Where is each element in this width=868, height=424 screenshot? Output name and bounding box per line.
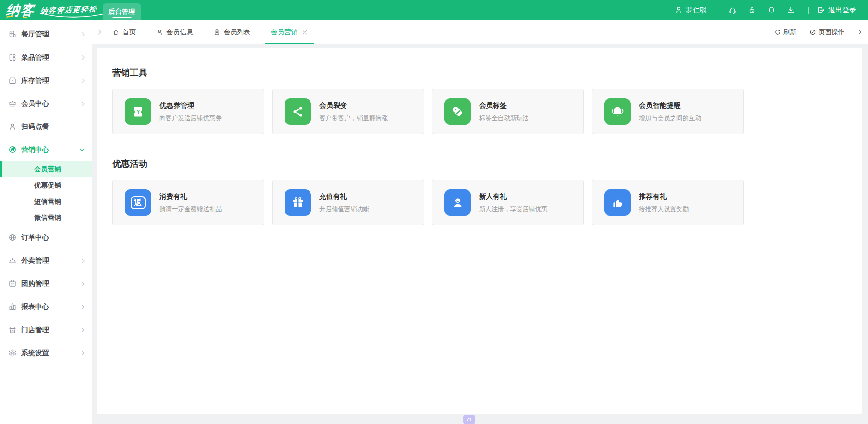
chevron-right-icon xyxy=(80,32,85,36)
app-root: 纳客 纳客管店更轻松 后台管理 罗仁聪 xyxy=(0,0,868,424)
chevron-right-icon xyxy=(80,351,85,355)
card-newcomer-reward[interactable]: 新人有礼 新人注册，享受店铺优惠 xyxy=(432,180,584,225)
card-referral-reward[interactable]: 推荐有礼 给推荐人设置奖励 xyxy=(592,180,744,225)
sidebar-subitem-wechat-marketing[interactable]: 微信营销 xyxy=(0,210,92,226)
sidebar: 餐厅管理 菜品管理 库存管理 会员中心 扫码点餐 营销中心 xyxy=(0,20,92,424)
gear-icon xyxy=(8,349,17,357)
card-text: 会员裂变 客户带客户，销量翻倍涨 xyxy=(319,101,388,122)
tab-member-list[interactable]: 会员列表 xyxy=(207,20,256,44)
tag-icon xyxy=(444,98,471,125)
floating-extension-widget[interactable] xyxy=(463,415,475,424)
lock-icon[interactable] xyxy=(748,6,756,14)
card-text: 推荐有礼 给推荐人设置奖励 xyxy=(639,192,689,213)
card-description: 开启储值营销功能 xyxy=(319,205,369,213)
page-operations-button[interactable]: 页面操作 xyxy=(809,28,844,36)
refresh-icon xyxy=(774,29,781,36)
tab-home[interactable]: 首页 xyxy=(106,20,142,44)
sidebar-item-scan-order[interactable]: 扫码点餐 xyxy=(0,115,92,138)
logout-button[interactable]: 退出登录 xyxy=(817,6,856,15)
card-smart-reminder[interactable]: 会员智能提醒 增加与会员之间的互动 xyxy=(592,89,744,134)
chevron-right-icon xyxy=(80,78,85,83)
chevron-down-icon xyxy=(80,147,85,151)
chevron-right-icon xyxy=(80,55,85,60)
brand-tagline: 纳客管店更轻松 xyxy=(40,0,97,20)
sidebar-item-label: 扫码点餐 xyxy=(21,122,84,131)
sidebar-item-order-center[interactable]: 订单中心 xyxy=(0,226,92,249)
sidebar-item-label: 报表中心 xyxy=(21,303,80,311)
card-text: 优惠券管理 向客户发送店铺优惠券 xyxy=(159,101,222,122)
card-description: 客户带客户，销量翻倍涨 xyxy=(319,114,388,122)
sidebar-item-label: 库存管理 xyxy=(21,76,80,85)
ringing-bell-icon xyxy=(604,98,631,125)
svg-text:¥: ¥ xyxy=(136,109,140,114)
page-operations-icon xyxy=(809,29,816,36)
sidebar-subitem-member-marketing[interactable]: 会员营销 xyxy=(0,161,92,177)
sidebar-subitem-label: 短信营销 xyxy=(34,197,61,206)
card-description: 增加与会员之间的互动 xyxy=(639,114,701,122)
chevron-right-icon xyxy=(80,281,85,286)
card-coupon-management[interactable]: ¥ 优惠券管理 向客户发送店铺优惠券 xyxy=(112,89,264,134)
inventory-box-icon xyxy=(8,76,17,85)
card-title: 推荐有礼 xyxy=(639,192,689,201)
card-spend-reward[interactable]: 返 消费有礼 购满一定金额赠送礼品 xyxy=(112,180,264,225)
sidebar-item-group-buy[interactable]: 团购管理 xyxy=(0,272,92,295)
new-member-icon xyxy=(444,189,471,216)
sidebar-item-settings[interactable]: 系统设置 xyxy=(0,341,92,364)
sidebar-item-label: 门店管理 xyxy=(21,326,80,334)
tab-label: 会员列表 xyxy=(224,28,250,36)
sidebar-subitem-sms-marketing[interactable]: 短信营销 xyxy=(0,194,92,210)
sidebar-item-reports[interactable]: 报表中心 xyxy=(0,295,92,318)
card-member-tags[interactable]: 会员标签 标签全自动新玩法 xyxy=(432,89,584,134)
section-marketing-tools: 营销工具 ¥ 优惠券管理 向客户发送店铺优惠券 会员 xyxy=(112,67,862,134)
home-icon xyxy=(112,29,119,36)
chevron-right-icon[interactable] xyxy=(857,30,862,35)
card-title: 充值有礼 xyxy=(319,192,369,201)
sidebar-item-member-center[interactable]: 会员中心 xyxy=(0,92,92,115)
user-icon xyxy=(156,29,163,36)
card-text: 充值有礼 开启储值营销功能 xyxy=(319,192,369,213)
tab-label: 会员信息 xyxy=(166,28,193,36)
divider xyxy=(808,7,809,14)
section-title: 优惠活动 xyxy=(112,158,862,170)
card-description: 给推荐人设置奖励 xyxy=(639,205,689,213)
storefront-icon xyxy=(8,326,17,334)
user-menu[interactable]: 罗仁聪 xyxy=(674,6,707,15)
download-icon[interactable] xyxy=(787,6,795,14)
card-title: 优惠券管理 xyxy=(159,101,222,110)
nav-tab-backend-admin-label: 后台管理 xyxy=(109,7,135,16)
tab-member-info[interactable]: 会员信息 xyxy=(150,20,199,44)
clipboard-icon xyxy=(213,29,220,36)
sidebar-item-dishes[interactable]: 菜品管理 xyxy=(0,46,92,69)
sidebar-subitem-promotions[interactable]: 优惠促销 xyxy=(0,177,92,194)
share-icon xyxy=(285,98,311,125)
sidebar-item-label: 团购管理 xyxy=(21,279,80,288)
sidebar-item-inventory[interactable]: 库存管理 xyxy=(0,69,92,92)
username: 罗仁聪 xyxy=(686,6,707,15)
calendar-icon xyxy=(8,279,17,288)
card-description: 标签全自动新玩法 xyxy=(479,114,529,122)
sidebar-item-marketing-center[interactable]: 营销中心 xyxy=(0,138,92,161)
nav-tab-backend-admin[interactable]: 后台管理 xyxy=(103,3,141,20)
sidebar-item-restaurant[interactable]: 餐厅管理 xyxy=(0,23,92,46)
sidebar-item-takeout[interactable]: 外卖管理 xyxy=(0,249,92,272)
tab-member-marketing[interactable]: 会员营销 xyxy=(265,20,314,44)
card-recharge-reward[interactable]: 充值有礼 开启储值营销功能 xyxy=(272,180,424,225)
card-row: 返 消费有礼 购满一定金额赠送礼品 充值有礼 开启储值营销功能 xyxy=(112,180,862,225)
bar-chart-icon xyxy=(8,303,17,311)
sidebar-item-label: 营销中心 xyxy=(21,145,80,154)
coupon-icon: ¥ xyxy=(125,98,151,125)
active-tab-underline xyxy=(112,17,132,18)
target-icon xyxy=(8,145,17,154)
card-text: 会员标签 标签全自动新玩法 xyxy=(479,101,529,122)
sidebar-item-stores[interactable]: 门店管理 xyxy=(0,318,92,341)
tabs-scroll-right-icon[interactable] xyxy=(95,30,102,34)
card-member-fission[interactable]: 会员裂变 客户带客户，销量翻倍涨 xyxy=(272,89,424,134)
brand-logo: 纳客 xyxy=(5,0,35,20)
card-title: 会员标签 xyxy=(479,101,529,110)
logo-accent-mark xyxy=(23,17,28,18)
close-icon[interactable] xyxy=(302,30,308,35)
refresh-label: 刷新 xyxy=(783,28,796,36)
refresh-button[interactable]: 刷新 xyxy=(774,28,796,36)
notification-bell-icon[interactable] xyxy=(767,6,776,14)
support-headset-icon[interactable] xyxy=(728,6,737,14)
